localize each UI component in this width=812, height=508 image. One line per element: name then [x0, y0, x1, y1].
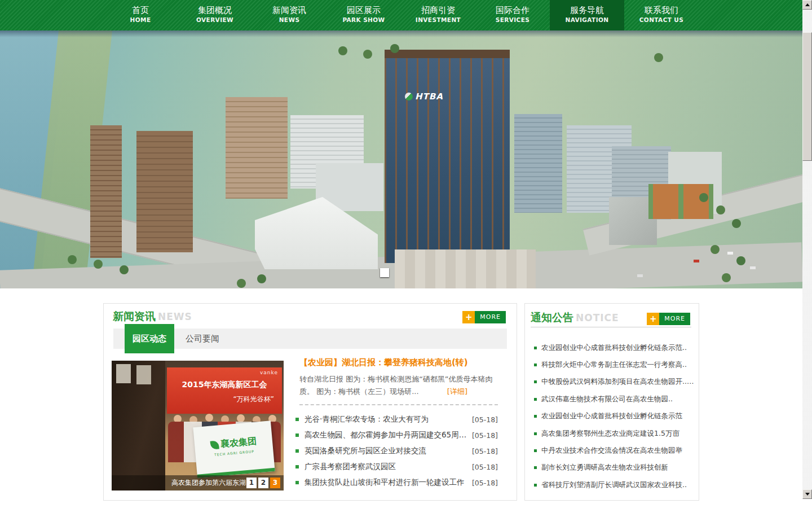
scroll-down-button[interactable] — [802, 489, 812, 499]
tower-facade — [385, 50, 510, 263]
tab-park-news[interactable]: 园区动态 — [125, 324, 174, 353]
news-item-title: 广宗县考察团考察武汉园区 — [304, 462, 467, 472]
nav-label-zh: 服务导航 — [550, 5, 624, 16]
hero-plaza — [395, 249, 536, 288]
nav-label-zh: 首页 — [103, 5, 178, 16]
news-more-button[interactable]: + MORE — [462, 311, 506, 323]
notice-list-item[interactable]: 中牧股份武汉饲料添加剂项目在高农生物园开..… — [534, 374, 696, 391]
news-list-item[interactable]: 广宗县考察团考察武汉园区 [05-18] — [295, 459, 498, 475]
notice-item-title: 农业园创业中心成首批科技创业孵化链条示范.. — [541, 343, 687, 353]
more-label: MORE — [659, 313, 690, 325]
trees — [68, 255, 77, 264]
tower-roof — [385, 50, 510, 58]
news-item-title: 光谷·青桐汇华农专场：农业大有可为 — [304, 414, 467, 424]
notice-item-title: 中牧股份武汉饲料添加剂项目在高农生物园开..… — [541, 377, 694, 387]
tab-company-news[interactable]: 公司要闻 — [174, 329, 231, 349]
news-list-item[interactable]: 高农生物园、都尔霍姆参加中丹两国建交65周… [05-18] — [295, 427, 498, 443]
news-item-title: 集团扶贫队赴山坡街和平村进行新一轮建设工作 — [304, 478, 467, 488]
bullet-icon — [295, 418, 299, 421]
nav-item-news[interactable]: 新闻资讯 NEWS — [252, 0, 326, 30]
scrollbar-thumb[interactable] — [802, 32, 812, 161]
hero-building — [90, 125, 122, 258]
nav-item-services[interactable]: 国际合作 SERVICES — [475, 0, 550, 30]
news-tabbar: 园区动态 公司要闻 — [113, 329, 507, 349]
scrollbar[interactable] — [802, 0, 812, 499]
nav-item-navigation[interactable]: 服务导航 NAVIGATION — [550, 0, 624, 30]
notice-list-item[interactable]: 省科技厅刘望清副厅长调研武汉国家农业科技.. — [534, 476, 696, 493]
news-item-date: [05-18] — [472, 479, 498, 487]
notice-item-title: 高农集团考察鄂州生态农业商定建设1.5万亩 — [541, 429, 679, 439]
banner-line1: 2015年东湖高新区工会 — [167, 380, 282, 390]
hero-image: HTBA — [0, 30, 802, 288]
trees — [699, 193, 708, 202]
trees — [338, 46, 347, 55]
nav-label-en: OVERVIEW — [178, 16, 252, 24]
news-item-date: [05-18] — [472, 431, 498, 440]
bullet-icon — [534, 398, 537, 401]
notice-list-item[interactable]: 副市长刘立勇调研高农生物农业科技创新 — [534, 459, 696, 476]
news-photo[interactable]: vanke 2015年东湖高新区工会 “万科光谷杯” 襄农集团 TECH AGR… — [112, 361, 284, 491]
news-item-title: 英国洛桑研究所与园区企业对接交流 — [304, 446, 467, 456]
notice-list-item[interactable]: 农业园创业中心成首批科技创业孵化链条示范.. — [534, 339, 696, 356]
notice-title-zh: 通知公告 — [531, 310, 573, 325]
nav-label-en: HOME — [103, 16, 178, 24]
news-header: 新闻资讯 NEWS — [113, 309, 192, 324]
news-panel: 新闻资讯 NEWS + MORE 园区动态 公司要闻 vanke 2015年东湖… — [103, 303, 517, 501]
featured-article-body: 转自湖北日报 图为：梅书棋检测恩施“硒都黑”优质母本猪肉质。 图为：梅书棋（左三… — [299, 373, 498, 398]
nav-item-investment[interactable]: 招商引资 INVESTMENT — [401, 0, 475, 30]
photo-group-flag: 襄农集团 TECH AGRI GROUP — [193, 421, 275, 478]
scroll-up-button[interactable] — [802, 0, 812, 10]
plus-icon: + — [647, 313, 659, 325]
nav-label-zh: 招商引资 — [401, 5, 475, 16]
notice-list-item[interactable]: 农业园创业中心成首批科技创业孵化链条示范 — [534, 408, 696, 425]
notice-list: 农业园创业中心成首批科技创业孵化链条示范.. 科技部火炬中心常务副主任张志宏一行… — [534, 339, 696, 494]
news-list: 光谷·青桐汇华农专场：农业大有可为 [05-18] 高农生物园、都尔霍姆参加中丹… — [295, 411, 498, 491]
bullet-icon — [534, 347, 537, 349]
hero-building — [226, 97, 288, 199]
nav-item-contact[interactable]: 联系我们 CONTACT US — [624, 0, 699, 30]
arrow-up-icon — [805, 3, 810, 6]
nav-label-zh: 国际合作 — [475, 5, 550, 16]
bullet-icon — [534, 466, 537, 469]
banner-line2: “万科光谷杯” — [233, 395, 274, 404]
htba-tower — [385, 50, 510, 263]
news-item-date: [05-18] — [472, 463, 498, 471]
divider — [531, 327, 691, 327]
carousel-dot-3[interactable] — [380, 268, 389, 277]
nav-item-park-show[interactable]: 园区展示 PARK SHOW — [326, 0, 401, 30]
featured-article-title[interactable]: 【农业园】湖北日报：攀登养猪科技高地(转) — [299, 357, 498, 368]
plus-icon: + — [462, 311, 475, 323]
notice-list-item[interactable]: 中丹农业技术合作交流会情况在高农生物园举 — [534, 442, 696, 459]
photo-event-banner: vanke 2015年东湖高新区工会 “万科光谷杯” — [167, 367, 282, 414]
bullet-icon — [295, 449, 299, 453]
bullet-icon — [534, 380, 537, 383]
notice-list-item[interactable]: 高农集团考察鄂州生态农业商定建设1.5万亩 — [534, 425, 696, 442]
photo-page-2[interactable]: 2 — [258, 478, 268, 488]
notice-header: 通知公告 NOTICE — [531, 310, 619, 325]
photo-page-3-active[interactable]: 3 — [270, 478, 280, 488]
news-list-item[interactable]: 光谷·青桐汇华农专场：农业大有可为 [05-18] — [295, 411, 498, 427]
notice-list-item[interactable]: 武汉伟嘉生物技术有限公司在高农生物园.. — [534, 391, 696, 408]
detail-link[interactable]: [详细] — [447, 387, 467, 397]
hero-building — [136, 131, 193, 252]
banner-brand: vanke — [260, 370, 278, 375]
leaf-icon — [210, 440, 219, 449]
notice-more-button[interactable]: + MORE — [647, 313, 690, 325]
htba-logo: HTBA — [405, 91, 443, 102]
main-nav: 首页 HOME 集团概况 OVERVIEW 新闻资讯 NEWS 园区展示 PAR… — [0, 0, 802, 30]
news-item-date: [05-18] — [472, 447, 498, 456]
nav-label-en: NEWS — [252, 16, 326, 24]
nav-label-zh: 新闻资讯 — [252, 5, 326, 16]
news-list-item[interactable]: 集团扶贫队赴山坡街和平村进行新一轮建设工作 [05-18] — [295, 475, 498, 491]
notice-item-title: 省科技厅刘望清副厅长调研武汉国家农业科技.. — [541, 480, 687, 490]
nav-item-overview[interactable]: 集团概况 OVERVIEW — [178, 0, 252, 30]
bullet-icon — [295, 481, 299, 484]
page-viewport: 首页 HOME 集团概况 OVERVIEW 新闻资讯 NEWS 园区展示 PAR… — [0, 0, 802, 508]
nav-label-zh: 联系我们 — [624, 5, 699, 16]
notice-title-en: NOTICE — [576, 312, 619, 323]
nav-item-home[interactable]: 首页 HOME — [103, 0, 178, 30]
notice-list-item[interactable]: 科技部火炬中心常务副主任张志宏一行考察高.. — [534, 356, 696, 373]
news-list-item[interactable]: 英国洛桑研究所与园区企业对接交流 [05-18] — [295, 443, 498, 459]
photo-page-1[interactable]: 1 — [246, 478, 257, 488]
more-label: MORE — [475, 311, 506, 323]
